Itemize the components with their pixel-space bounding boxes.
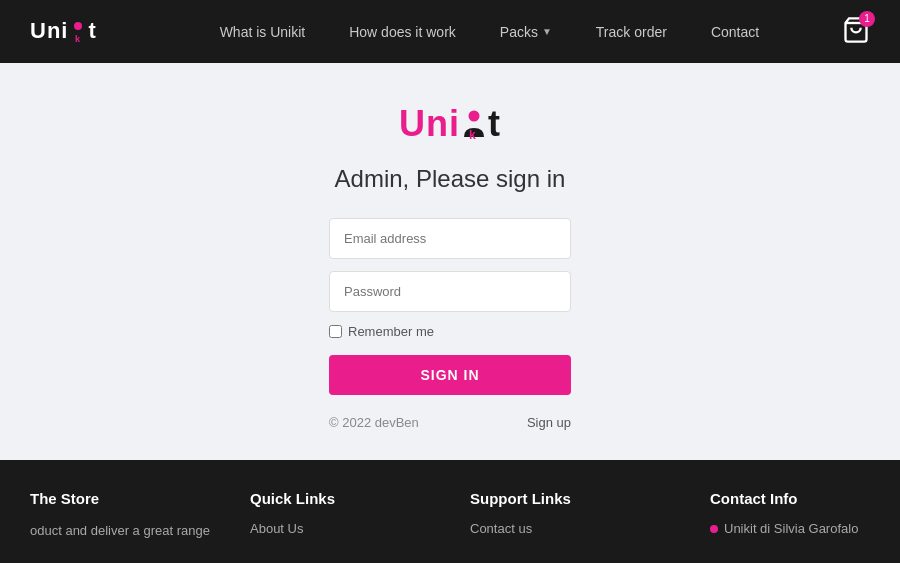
svg-point-3 <box>469 111 480 122</box>
footer-store-desc: oduct and deliver a great range <box>30 521 230 542</box>
signin-title: Admin, Please sign in <box>335 165 566 193</box>
cart-badge: 1 <box>859 11 875 27</box>
contact-dot-icon <box>710 525 718 533</box>
nav-what-is-unikit[interactable]: What is Unikit <box>198 24 328 40</box>
footer-support-links-title: Support Links <box>470 490 690 507</box>
signin-form: Remember me SIGN IN <box>329 218 571 415</box>
remember-checkbox[interactable] <box>329 325 342 338</box>
footer-quick-links-section: Quick Links About Us <box>250 490 450 563</box>
logo-person-icon: k <box>460 109 488 143</box>
brand-kit: t <box>88 18 96 43</box>
logo-uni: Uni <box>399 103 460 144</box>
nav-links: What is Unikit How does it work Packs ▼ … <box>137 24 842 40</box>
svg-text:k: k <box>469 128 477 142</box>
footer-contact-section: Contact Info Unikit di Silvia Garofalo <box>710 490 900 563</box>
nav-packs[interactable]: Packs ▼ <box>478 24 574 40</box>
email-field[interactable] <box>329 218 571 259</box>
footer-about-us[interactable]: About Us <box>250 521 450 536</box>
footer-contact-title: Contact Info <box>710 490 900 507</box>
footer-store-section: The Store oduct and deliver a great rang… <box>30 490 230 563</box>
form-footer: © 2022 devBen Sign up <box>329 415 571 430</box>
brand-logo[interactable]: Uni k t <box>30 18 97 44</box>
footer-quick-links-title: Quick Links <box>250 490 450 507</box>
nav-contact[interactable]: Contact <box>689 24 781 40</box>
signin-button[interactable]: SIGN IN <box>329 355 571 395</box>
remember-label: Remember me <box>348 324 434 339</box>
footer: The Store oduct and deliver a great rang… <box>0 460 900 563</box>
footer-store-title: The Store <box>30 490 230 507</box>
navbar: Uni k t What is Unikit How does it work … <box>0 0 900 63</box>
password-field[interactable] <box>329 271 571 312</box>
brand-person-icon: k <box>68 21 88 45</box>
logo-kit: t <box>488 103 501 144</box>
footer-contact-us-link[interactable]: Contact us <box>470 521 690 536</box>
footer-contact-text: Unikit di Silvia Garofalo <box>724 521 858 536</box>
main-content: Uni k t Admin, Please sign in Remember m… <box>0 63 900 460</box>
footer-support-links-section: Support Links Contact us <box>470 490 690 563</box>
main-logo: Uni k t <box>399 103 501 145</box>
brand-uni: Uni <box>30 18 68 43</box>
packs-chevron-icon: ▼ <box>542 26 552 37</box>
footer-contact-item: Unikit di Silvia Garofalo <box>710 521 900 536</box>
copyright-text: © 2022 devBen <box>329 415 419 430</box>
svg-point-0 <box>74 22 82 30</box>
svg-text:k: k <box>75 34 81 44</box>
cart-button[interactable]: 1 <box>842 16 870 48</box>
nav-track-order[interactable]: Track order <box>574 24 689 40</box>
nav-how-does-it-work[interactable]: How does it work <box>327 24 478 40</box>
remember-row: Remember me <box>329 324 571 339</box>
signup-link[interactable]: Sign up <box>527 415 571 430</box>
brand-text: Uni k t <box>30 18 97 44</box>
